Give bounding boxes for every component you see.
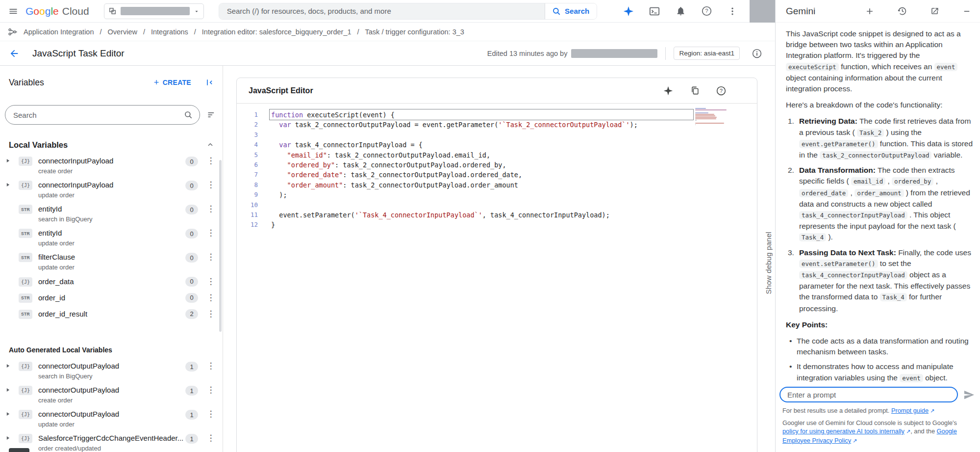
back-arrow-icon[interactable]: [8, 47, 21, 60]
more-options-icon[interactable]: [726, 5, 739, 18]
variable-name: connectorOutputPayload: [38, 409, 185, 419]
link[interactable]: Prompt guide↗: [891, 407, 934, 414]
link[interactable]: policy for using generative AI tools int…: [782, 427, 910, 435]
more-options-icon[interactable]: ⋮: [206, 156, 216, 166]
more-options-icon[interactable]: ⋮: [206, 433, 216, 443]
send-icon[interactable]: [962, 388, 975, 401]
inline-code: ordered_by: [892, 177, 933, 186]
create-label: CREATE: [163, 79, 191, 86]
variable-row[interactable]: {J}order_data0⋮: [0, 273, 223, 290]
collapse-panel-icon[interactable]: [205, 78, 215, 87]
more-options-icon[interactable]: ⋮: [206, 180, 216, 190]
code-line[interactable]: 10: [237, 200, 757, 210]
info-icon[interactable]: [751, 47, 763, 60]
more-options-icon[interactable]: ⋮: [206, 309, 216, 319]
code-line[interactable]: 3: [237, 130, 757, 140]
code-editor[interactable]: 1function executeScript(event) {2 var ta…: [237, 104, 757, 452]
breadcrumb-item[interactable]: Integration editor: salesforce_bigquery_…: [202, 28, 352, 36]
more-options-icon[interactable]: ⋮: [206, 252, 216, 262]
code-line[interactable]: 12}: [237, 220, 757, 230]
more-options-icon[interactable]: ⋮: [206, 361, 216, 371]
line-number: 1: [237, 110, 258, 120]
expand-arrow-icon[interactable]: [6, 361, 19, 368]
line-number: 2: [237, 120, 258, 130]
line-number: 11: [237, 210, 258, 220]
expand-arrow-icon[interactable]: [6, 156, 19, 163]
external-link-icon: ↗: [906, 427, 910, 436]
more-options-icon[interactable]: ⋮: [206, 277, 216, 287]
code-line[interactable]: 11 event.setParameter('`Task_4_connector…: [237, 210, 757, 220]
expand-arrow-icon[interactable]: [6, 385, 19, 392]
create-variable-button[interactable]: + CREATE: [154, 78, 191, 88]
menu-icon[interactable]: [7, 5, 20, 18]
code-line[interactable]: 8 "order_amount": task_2_connectorOutput…: [237, 180, 757, 190]
variable-type-badge: STR: [19, 310, 32, 319]
text-run: , and the: [910, 427, 936, 435]
inline-code: email_id: [851, 177, 885, 186]
expand-arrow-icon[interactable]: [6, 409, 19, 416]
chevron-up-icon[interactable]: [207, 141, 214, 148]
inline-code: Task_4: [799, 233, 826, 241]
more-options-icon[interactable]: ⋮: [206, 385, 216, 395]
variable-row[interactable]: {J}connectorOutputPayloadsearch in BigQu…: [0, 358, 223, 382]
variable-row[interactable]: STRorder_id0⋮: [0, 290, 223, 306]
breadcrumb-item[interactable]: Overview: [108, 28, 137, 36]
code-token: );: [271, 191, 287, 199]
variable-row[interactable]: {J}connectorOutputPayloadcreate order1⋮: [0, 382, 223, 406]
code-line[interactable]: 9 );: [237, 190, 757, 200]
code-line[interactable]: 4 var task_4_connectorInputPayload = {: [237, 140, 757, 150]
variable-search-row: [5, 105, 217, 125]
variable-name: order_data: [38, 277, 185, 286]
prompt-input[interactable]: [779, 387, 958, 402]
code-line[interactable]: 6 "ordered_by": task_2_connectorOutputPa…: [237, 160, 757, 170]
search-button[interactable]: Search: [545, 3, 597, 19]
notifications-icon[interactable]: [674, 5, 687, 18]
variable-search-input[interactable]: [13, 111, 184, 119]
breadcrumb-item[interactable]: Application Integration: [24, 28, 94, 36]
sidebar-scrollbar[interactable]: [219, 160, 222, 332]
code-line[interactable]: 5 "email_id": task_2_connectorOutputPayl…: [237, 150, 757, 160]
sort-icon[interactable]: [207, 110, 217, 120]
gemini-spark-icon[interactable]: [622, 5, 635, 18]
variable-row[interactable]: STRfilterClauseupdate order0⋮: [0, 249, 223, 273]
search-input[interactable]: [227, 7, 537, 15]
plus-icon[interactable]: [863, 5, 876, 18]
more-options-icon[interactable]: ⋮: [206, 228, 216, 238]
ai-spark-icon[interactable]: [662, 84, 675, 97]
expander-spacer: [6, 228, 19, 231]
gemini-paragraph: Key Points:: [786, 319, 974, 330]
variable-type-badge: {J}: [19, 434, 32, 443]
minimize-icon[interactable]: [960, 5, 973, 18]
page-header-right: Edited 13 minutes ago by Region: asia-ea…: [487, 47, 763, 60]
variable-row[interactable]: {J}connectorInputPayloadcreate order0⋮: [0, 153, 223, 177]
history-icon[interactable]: [896, 5, 908, 18]
region-chip[interactable]: Region: asia-east1: [674, 47, 740, 60]
show-debug-panel-toggle[interactable]: Show debug panel: [764, 232, 773, 294]
redacted-avatar[interactable]: [750, 0, 775, 23]
logo-letter: g: [45, 5, 51, 17]
code-line[interactable]: 2 var task_2_connectorOutputPayload = ev…: [237, 120, 757, 130]
help-icon[interactable]: ?: [715, 84, 728, 97]
code-line[interactable]: 7 "ordered_date": task_2_connectorOutput…: [237, 170, 757, 180]
more-options-icon[interactable]: ⋮: [206, 293, 216, 303]
text-run: variable.: [931, 151, 962, 159]
variable-row[interactable]: {J}connectorOutputPayloadupdate order1⋮: [0, 406, 223, 430]
variable-row[interactable]: {J}SalesforceTriggerCdcChangeEventHeader…: [0, 430, 223, 452]
expand-arrow-icon[interactable]: [6, 433, 19, 440]
more-options-icon[interactable]: ⋮: [206, 204, 216, 214]
code-line[interactable]: 1function executeScript(event) {: [237, 110, 757, 120]
search-button-label: Search: [565, 7, 589, 15]
variable-row[interactable]: STRentityIdupdate order0⋮: [0, 225, 223, 249]
variable-row[interactable]: {J}connectorInputPayloadupdate order0⋮: [0, 177, 223, 201]
variable-row[interactable]: STRorder_id_result2⋮: [0, 306, 223, 322]
breadcrumb-item[interactable]: Integrations: [151, 28, 188, 36]
text-run: ).: [826, 233, 833, 241]
more-options-icon[interactable]: ⋮: [206, 409, 216, 419]
help-icon[interactable]: ?: [700, 5, 713, 18]
cloud-shell-icon[interactable]: [648, 5, 661, 18]
project-selector[interactable]: [104, 3, 204, 19]
open-in-new-icon[interactable]: [928, 5, 941, 18]
expand-arrow-icon[interactable]: [6, 180, 19, 187]
variable-row[interactable]: STRentityIdsearch in BigQuery0⋮: [0, 201, 223, 225]
copy-icon[interactable]: [688, 84, 701, 97]
